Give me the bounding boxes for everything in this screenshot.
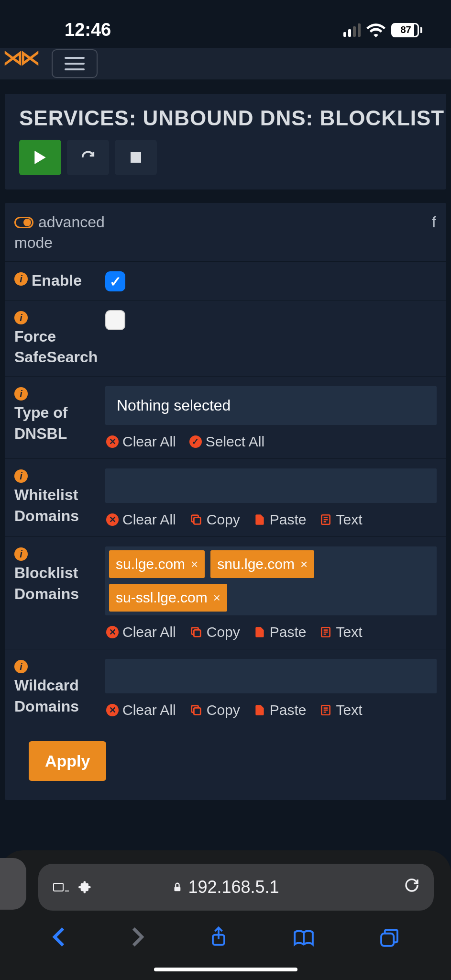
- domain-token[interactable]: su.lge.com×: [109, 550, 205, 578]
- domain-token-label: snu.lge.com: [217, 556, 295, 572]
- book-icon: [293, 929, 314, 947]
- tabs-button[interactable]: [380, 927, 399, 953]
- text-icon: [319, 625, 332, 639]
- forward-button[interactable]: [131, 926, 144, 953]
- blocklist-copy[interactable]: Copy: [189, 624, 240, 640]
- copy-icon: [189, 703, 203, 717]
- copy-icon: [189, 625, 203, 639]
- domain-token[interactable]: snu.lge.com×: [210, 550, 314, 578]
- info-icon[interactable]: i: [14, 469, 28, 483]
- share-button[interactable]: [210, 926, 227, 953]
- home-indicator[interactable]: [154, 968, 297, 971]
- whitelist-paste[interactable]: Paste: [253, 512, 307, 528]
- service-stop-button[interactable]: [115, 140, 157, 175]
- enable-checkbox[interactable]: [105, 271, 125, 291]
- blocklist-paste[interactable]: Paste: [253, 624, 307, 640]
- clear-icon: ✕: [106, 704, 119, 716]
- advanced-mode-toggle[interactable]: [14, 217, 33, 228]
- advanced-mode-row: advanced mode f: [5, 203, 446, 261]
- text-icon: [319, 512, 332, 527]
- check-icon: ✓: [189, 435, 202, 448]
- reload-icon[interactable]: [404, 878, 419, 893]
- extension-icon[interactable]: [78, 880, 92, 894]
- hamburger-menu-button[interactable]: [52, 49, 98, 78]
- dnsbl-type-select[interactable]: Nothing selected: [105, 386, 437, 425]
- whitelist-text[interactable]: Text: [319, 512, 362, 528]
- clear-all-label: Clear All: [122, 434, 176, 450]
- row-blocklist: i Blocklist Domains su.lge.com×snu.lge.c…: [5, 536, 446, 649]
- paste-label: Paste: [270, 512, 307, 528]
- remove-token-icon[interactable]: ×: [300, 557, 308, 572]
- whitelist-label: Whitelist Domains: [14, 485, 105, 526]
- clear-all-label: Clear All: [122, 512, 176, 528]
- aa-icon[interactable]: [53, 880, 72, 894]
- domain-token[interactable]: su-ssl.lge.com×: [109, 584, 227, 612]
- remove-token-icon[interactable]: ×: [191, 557, 198, 572]
- wildcard-copy[interactable]: Copy: [189, 702, 240, 718]
- dnsbl-select-all[interactable]: ✓ Select All: [189, 434, 264, 450]
- refresh-icon: [81, 150, 95, 165]
- text-label: Text: [336, 512, 362, 528]
- row-safesearch: i Force SafeSearch: [5, 300, 446, 376]
- info-icon[interactable]: i: [14, 272, 28, 286]
- domain-token-label: su-ssl.lge.com: [116, 590, 208, 606]
- chevron-right-icon: [131, 926, 144, 947]
- battery-icon: 87: [391, 23, 422, 37]
- copy-label: Copy: [207, 702, 240, 718]
- safesearch-checkbox[interactable]: [105, 310, 125, 330]
- text-label: Text: [336, 702, 362, 718]
- text-label: Text: [336, 624, 362, 640]
- advanced-mode-label-1: advanced: [38, 213, 105, 231]
- svg-rect-22: [381, 933, 394, 946]
- domain-token-label: su.lge.com: [116, 556, 185, 572]
- wildcard-input[interactable]: [105, 659, 437, 693]
- wildcard-clear-all[interactable]: ✕ Clear All: [106, 702, 176, 718]
- form-card: advanced mode f i Enable i Force SafeSea…: [5, 203, 446, 800]
- wildcard-paste[interactable]: Paste: [253, 702, 307, 718]
- paste-label: Paste: [270, 624, 307, 640]
- text-icon: [319, 703, 332, 717]
- paste-icon: [253, 625, 266, 639]
- apply-button[interactable]: Apply: [29, 741, 106, 781]
- info-icon[interactable]: i: [14, 547, 28, 561]
- whitelist-input[interactable]: [105, 468, 437, 503]
- info-icon[interactable]: i: [14, 387, 28, 401]
- clear-icon: ✕: [106, 513, 119, 526]
- svg-rect-16: [54, 883, 63, 891]
- chevron-left-icon: [52, 926, 66, 947]
- wildcard-text[interactable]: Text: [319, 702, 362, 718]
- paste-label: Paste: [270, 702, 307, 718]
- blocklist-clear-all[interactable]: ✕ Clear All: [106, 624, 176, 640]
- service-restart-button[interactable]: [67, 140, 109, 175]
- page-title: SERVICES: UNBOUND DNS: BLOCKLIST: [5, 106, 446, 140]
- address-bar[interactable]: 192.168.5.1: [38, 864, 434, 911]
- blocklist-text[interactable]: Text: [319, 624, 362, 640]
- info-icon[interactable]: i: [14, 311, 28, 324]
- info-icon[interactable]: i: [14, 660, 28, 673]
- blocklist-input[interactable]: su.lge.com×snu.lge.com×su-ssl.lge.com×: [105, 546, 437, 615]
- ios-status-bar: 12:46 87: [0, 0, 451, 48]
- remove-token-icon[interactable]: ×: [213, 590, 220, 605]
- whitelist-copy[interactable]: Copy: [189, 512, 240, 528]
- safesearch-label: Force SafeSearch: [14, 326, 105, 368]
- dnsbl-clear-all[interactable]: ✕ Clear All: [106, 434, 176, 450]
- url-text: 192.168.5.1: [188, 877, 279, 897]
- stop-icon: [131, 152, 141, 163]
- paste-icon: [253, 703, 266, 717]
- back-button[interactable]: [52, 926, 66, 953]
- tabs-icon: [380, 928, 399, 947]
- advanced-mode-label-2: mode: [14, 234, 105, 252]
- dnsbl-type-label: Type of DNSBL: [14, 402, 105, 444]
- clear-icon: ✕: [106, 626, 119, 638]
- bookmarks-button[interactable]: [293, 927, 314, 953]
- whitelist-clear-all[interactable]: ✕ Clear All: [106, 512, 176, 528]
- service-start-button[interactable]: [19, 140, 61, 175]
- tab-peek[interactable]: [0, 858, 26, 910]
- clear-all-label: Clear All: [122, 624, 176, 640]
- clear-icon: ✕: [106, 435, 119, 448]
- row-enable: i Enable: [5, 261, 446, 300]
- enable-label: Enable: [32, 270, 82, 291]
- status-time: 12:46: [65, 20, 111, 40]
- share-icon: [210, 926, 227, 948]
- lock-icon: [172, 881, 182, 893]
